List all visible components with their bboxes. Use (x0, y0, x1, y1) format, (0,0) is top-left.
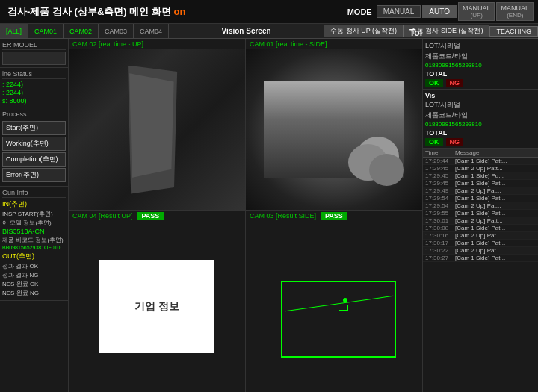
log-header: Time Message (423, 149, 538, 158)
vis-label-2: Vis (425, 92, 435, 99)
cam02-panel: CAM 02 [real time - UP] (69, 39, 246, 210)
log-row: 17:29:54[Cam 2 Up] Pat... (423, 202, 538, 210)
log-row: 17:29:55[Cam 1 Side] Pat... (423, 210, 538, 217)
manual-up-label: MANUAL (463, 4, 491, 12)
cam04-content: 기업 정보 (69, 221, 245, 392)
manual-button[interactable]: MANUAL (377, 5, 421, 18)
log-msg-cell: [Cam 1 Side] Patt... (455, 158, 536, 164)
log-msg-cell: [Cam 1 Side] Pat... (455, 180, 536, 187)
log-time-cell: 17:29:49 (425, 187, 455, 194)
status-line-2: : 2244) (2, 89, 66, 96)
log-time-cell: 17:29:44 (425, 158, 455, 164)
log-time-cell: 17:30:08 (425, 225, 455, 231)
vis-value-1: 01880981565293810 (425, 62, 536, 69)
manual-up-sub: (UP) (463, 12, 491, 19)
total-label-2: TOTAL (425, 129, 447, 137)
tab-cam04[interactable]: CAM04 (134, 24, 169, 38)
toi-label: ToI (409, 28, 422, 38)
log-time-cell: 17:29:45 (425, 180, 455, 187)
sidebar: ER MODEL ine Status : 2244) : 2244) s: 8… (0, 39, 69, 392)
vis-section-1: LOT/시리얼 제품코드/타입 01880981565293810 TOTAL … (423, 39, 538, 90)
cam02-title: CAM 02 [real time - UP] (72, 40, 143, 48)
cam02-image (69, 49, 245, 210)
product-row-2: 제품코드/타입 (425, 111, 536, 120)
log-time-cell: 17:30:22 (425, 247, 455, 254)
lot-label-2: LOT/시리얼 (425, 100, 460, 110)
log-row: 17:30:17[Cam 1 Side] Pat... (423, 240, 538, 247)
tab-all[interactable]: [ALL] (0, 24, 28, 38)
ng-badge-1: NG (446, 79, 464, 87)
manual-end-button[interactable]: MANUAL (END) (496, 2, 534, 21)
cam01-image (246, 49, 422, 210)
auto-button[interactable]: AUTO (422, 5, 457, 18)
right-panel: LOT/시리얼 제품코드/타입 01880981565293810 TOTAL … (422, 39, 538, 392)
working-btn[interactable]: Working(추면) (2, 137, 66, 151)
main-layout: ER MODEL ine Status : 2244) : 2244) s: 8… (0, 39, 538, 392)
ok-badge-2: OK (425, 138, 443, 146)
log-msg-cell: [Cam 1 Side] Pat... (455, 240, 536, 246)
result-dot (343, 298, 347, 302)
completion-btn[interactable]: Completion(추면) (2, 152, 66, 167)
time-status-section: ine Status : 2244) : 2244) s: 8000) (0, 68, 68, 108)
tab-cam02[interactable]: CAM02 (64, 24, 99, 38)
vis-value-2: 01880981565293810 (425, 121, 536, 128)
total-label-1: TOTAL (425, 70, 447, 78)
cam04-panel: CAM 04 [Result UP] PASS 기업 정보 (69, 211, 246, 392)
result-overlay (281, 281, 395, 358)
log-msg-cell: [Cam 2 Up] Patt... (455, 165, 536, 172)
app-title: 검사-제품 검사 (상부&측면) 메인 화면 on (0, 5, 347, 19)
in-line-2: 이 모델 정보(추면) (2, 219, 66, 227)
log-msg-cell: [Cam 2 Up] Pat... (455, 247, 536, 254)
btn-up[interactable]: 수동 정사 UP (실작전) (324, 25, 404, 37)
info-title: Gun Info (2, 189, 66, 198)
log-msg-cell: [Cam 1 Side] Pat... (455, 210, 536, 217)
start-btn[interactable]: Start(추면) (2, 121, 66, 135)
in-label: IN(추면) (2, 199, 66, 209)
log-msg-cell: [Cam 1 Side] Pat... (455, 255, 536, 261)
company-info-text: 기업 정보 (134, 300, 179, 314)
log-msg-header: Message (455, 149, 536, 156)
process-section: Process Start(추면) Working(추면) Completion… (0, 108, 68, 187)
out-line-1: 성과 결과 OK (2, 262, 66, 270)
log-time-cell: 17:29:45 (425, 165, 455, 172)
log-time-cell: 17:30:16 (425, 232, 455, 239)
log-row: 17:30:22[Cam 2 Up] Pat... (423, 247, 538, 255)
camera-area: CAM 02 [real time - UP] CAM 01 [real tim… (69, 39, 422, 392)
log-row: 17:29:49[Cam 2 Up] Pat... (423, 187, 538, 195)
cam03-badge: PASS (321, 212, 347, 220)
total-row-2: TOTAL (425, 129, 536, 137)
log-row: 17:30:08[Cam 1 Side] Pat... (423, 225, 538, 232)
cam02-header: CAM 02 [real time - UP] (69, 39, 245, 49)
out-label: OUT(추면) (2, 252, 66, 261)
time-status-title: ine Status (2, 70, 66, 79)
tab-cam03[interactable]: CAM03 (99, 24, 134, 38)
log-row: 17:29:45[Cam 2 Up] Patt... (423, 165, 538, 172)
out-line-2: 성과 결과 NG (2, 271, 66, 279)
cam-row-top: CAM 02 [real time - UP] CAM 01 [real tim… (69, 39, 422, 211)
manual-end-label: MANUAL (501, 4, 529, 12)
error-btn[interactable]: Error(추면) (2, 168, 66, 182)
cam04-badge: PASS (137, 212, 164, 220)
log-row: 17:29:45[Cam 1 Side] Pu... (423, 172, 538, 180)
vision-screen-label: Vision Screen (169, 27, 324, 35)
cam-row-bottom: CAM 04 [Result UP] PASS 기업 정보 CAM 03 [Re… (69, 211, 422, 392)
process-title: Process (2, 111, 66, 119)
log-area: Time Message 17:29:44[Cam 1 Side] Patt..… (423, 149, 538, 392)
btn-teaching[interactable]: TEACHING (489, 26, 538, 37)
cam03-panel: CAM 03 [Result SIDE] PASS (246, 211, 422, 392)
log-time-cell: 17:29:54 (425, 195, 455, 202)
lot-label-1: LOT/시리얼 (425, 41, 460, 51)
model-dropdown[interactable] (2, 52, 66, 65)
cam01-title: CAM 01 [real time - SIDE] (250, 40, 327, 48)
cam01-content (246, 49, 422, 210)
product-row-1: 제품코드/타입 (425, 52, 536, 61)
info-section: Gun Info IN(추면) INSP START(추면) 이 모델 정보(추… (0, 187, 68, 301)
log-msg-cell: [Cam 2 Up] Pat... (455, 202, 536, 209)
log-time-header: Time (425, 149, 455, 156)
lot-row-1: LOT/시리얼 (425, 41, 536, 51)
log-msg-cell: [Cam 1 Side] Pat... (455, 225, 536, 231)
manual-up-button[interactable]: MANUAL (UP) (458, 2, 495, 21)
mode-area: MODE MANUAL AUTO MANUAL (UP) MANUAL (END… (347, 2, 538, 21)
product-label-1: 제품코드/타입 (425, 52, 468, 61)
tab-cam01[interactable]: CAM01 (28, 24, 64, 38)
